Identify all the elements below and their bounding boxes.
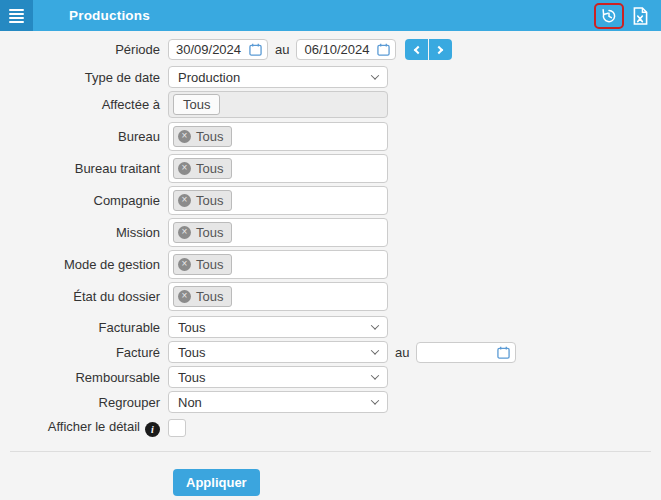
facture-label: Facturé <box>0 345 168 360</box>
affectee-a-row: Affectée à Tous <box>0 91 661 118</box>
apply-button[interactable]: Appliquer <box>173 469 260 496</box>
calendar-icon[interactable] <box>249 43 262 56</box>
chevron-down-icon <box>371 71 379 79</box>
chevron-down-icon <box>371 346 379 354</box>
type-de-date-label: Type de date <box>0 70 168 85</box>
page-title: Productions <box>69 0 150 31</box>
afficher-detail-row: Afficher le détaili <box>0 419 661 437</box>
chevron-left-icon <box>414 45 422 53</box>
selected-tag: × Tous <box>173 254 232 275</box>
facture-date-field[interactable] <box>416 342 516 363</box>
compagnie-row: Compagnie × Tous <box>0 186 661 215</box>
regrouper-label: Regrouper <box>0 395 168 410</box>
compagnie-label: Compagnie <box>0 193 168 208</box>
mission-multiselect[interactable]: × Tous <box>168 218 388 247</box>
afficher-detail-checkbox[interactable] <box>168 419 186 437</box>
remove-tag-icon[interactable]: × <box>178 194 191 207</box>
selected-value: Production <box>178 70 240 85</box>
facturable-select[interactable]: Tous <box>168 316 388 338</box>
mode-de-gestion-label: Mode de gestion <box>0 257 168 272</box>
header-actions <box>594 0 661 31</box>
regrouper-row: Regrouper Non <box>0 391 661 413</box>
remboursable-label: Remboursable <box>0 370 168 385</box>
remove-tag-icon[interactable]: × <box>178 162 191 175</box>
header-bar: Productions <box>0 0 661 31</box>
periode-label: Période <box>0 42 168 57</box>
hamburger-icon <box>9 9 24 23</box>
info-icon: i <box>145 422 160 437</box>
selected-value: Tous <box>178 370 205 385</box>
highlight-box <box>594 3 624 29</box>
next-period-button[interactable] <box>429 39 452 60</box>
selected-tag: × Tous <box>173 126 232 147</box>
affectee-a-field: Tous <box>168 91 388 118</box>
periode-from-field[interactable] <box>168 39 268 60</box>
calendar-icon[interactable] <box>377 43 390 56</box>
remove-tag-icon[interactable]: × <box>178 130 191 143</box>
tag-label: Tous <box>196 193 223 208</box>
bureau-traitant-label: Bureau traitant <box>0 161 168 176</box>
bureau-multiselect[interactable]: × Tous <box>168 122 388 151</box>
facturable-label: Facturable <box>0 320 168 335</box>
menu-button[interactable] <box>0 0 33 31</box>
selected-tag: × Tous <box>173 286 232 307</box>
facturable-row: Facturable Tous <box>0 316 661 338</box>
remove-tag-icon[interactable]: × <box>178 226 191 239</box>
previous-period-button[interactable] <box>405 39 428 60</box>
etat-du-dossier-row: État du dossier × Tous <box>0 282 661 311</box>
afficher-detail-label: Afficher le détaili <box>0 419 168 437</box>
tag-label: Tous <box>196 161 223 176</box>
etat-du-dossier-label: État du dossier <box>0 289 168 304</box>
bureau-label: Bureau <box>0 129 168 144</box>
chevron-down-icon <box>371 371 379 379</box>
bureau-traitant-row: Bureau traitant × Tous <box>0 154 661 183</box>
facture-date-input[interactable] <box>419 345 491 360</box>
selected-value: Non <box>178 395 202 410</box>
chevron-down-icon <box>371 396 379 404</box>
footer-divider <box>10 451 651 452</box>
mode-de-gestion-multiselect[interactable]: × Tous <box>168 250 388 279</box>
calendar-icon[interactable] <box>497 346 510 359</box>
bureau-traitant-multiselect[interactable]: × Tous <box>168 154 388 183</box>
remboursable-select[interactable]: Tous <box>168 366 388 388</box>
mission-label: Mission <box>0 225 168 240</box>
selected-tag: × Tous <box>173 222 232 243</box>
facture-separator-label: au <box>395 345 409 360</box>
chevron-right-icon <box>435 45 443 53</box>
chevron-down-icon <box>371 321 379 329</box>
history-reset-icon[interactable] <box>600 7 618 25</box>
affectee-a-label: Affectée à <box>0 97 168 112</box>
selected-tag: × Tous <box>173 190 232 211</box>
remboursable-row: Remboursable Tous <box>0 366 661 388</box>
selected-value: Tous <box>178 320 205 335</box>
tag-label: Tous <box>196 289 223 304</box>
facture-select[interactable]: Tous <box>168 341 388 363</box>
regrouper-select[interactable]: Non <box>168 391 388 413</box>
remove-tag-icon[interactable]: × <box>178 258 191 271</box>
type-de-date-select[interactable]: Production <box>168 66 388 88</box>
remove-tag-icon[interactable]: × <box>178 290 191 303</box>
selected-value: Tous <box>178 345 205 360</box>
facture-row: Facturé Tous au <box>0 341 661 363</box>
compagnie-multiselect[interactable]: × Tous <box>168 186 388 215</box>
excel-export-icon[interactable] <box>633 7 648 25</box>
filter-form: Période au Typ <box>0 31 661 496</box>
bureau-row: Bureau × Tous <box>0 122 661 151</box>
tag-label: Tous <box>196 129 223 144</box>
selected-tag: Tous <box>173 94 220 115</box>
selected-tag: × Tous <box>173 158 232 179</box>
etat-du-dossier-multiselect[interactable]: × Tous <box>168 282 388 311</box>
periode-nav-buttons <box>405 39 452 60</box>
periode-row: Période au <box>0 39 661 60</box>
productions-page: Productions <box>0 0 661 500</box>
tag-label: Tous <box>196 257 223 272</box>
type-de-date-row: Type de date Production <box>0 66 661 88</box>
mission-row: Mission × Tous <box>0 218 661 247</box>
periode-separator-label: au <box>275 42 289 57</box>
tag-label: Tous <box>196 225 223 240</box>
periode-to-input[interactable] <box>299 42 371 57</box>
periode-from-input[interactable] <box>171 42 243 57</box>
periode-to-field[interactable] <box>296 39 396 60</box>
mode-de-gestion-row: Mode de gestion × Tous <box>0 250 661 279</box>
